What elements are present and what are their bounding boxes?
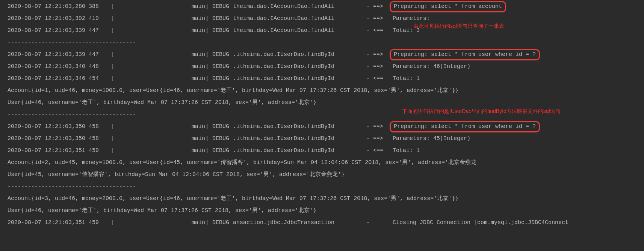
log-line[interactable]: 2020-08-07 12:21:03,340 448[main]DEBUG.i… (0, 61, 644, 73)
timestamp: 2020-08-07 12:21:03,302 410 (0, 14, 111, 24)
timestamp: 2020-08-07 12:21:03,280 388 (0, 2, 111, 12)
log-line[interactable]: 2020-08-07 12:21:03,339 447[main]DEBUG.i… (0, 49, 644, 61)
direction-arrow: - ==> (366, 2, 393, 12)
log-line[interactable]: 2020-08-07 12:21:03,350 458[main]DEBUG.i… (0, 133, 644, 145)
bracket: [ (111, 26, 133, 36)
direction-arrow: - ==> (366, 134, 393, 144)
timestamp: 2020-08-07 12:21:03,346 454 (0, 74, 111, 84)
direction-arrow: - ==> (366, 122, 393, 132)
direction-arrow: - ==> (366, 50, 393, 60)
bracket: [ (111, 218, 133, 228)
log-message: Parameters: 46(Integer) (393, 62, 644, 72)
bracket: [ (111, 14, 133, 24)
log-message: Total: 1 (393, 74, 644, 84)
highlight-box: Preparing: select * from user where id =… (390, 49, 540, 60)
timestamp: 2020-08-07 12:21:03,350 458 (0, 122, 111, 132)
timestamp: 2020-08-07 12:21:03,340 448 (0, 62, 111, 72)
log-message: Total: 1 (393, 146, 644, 156)
output-line[interactable]: Account{id=1, uid=46, money=1000.0, user… (0, 85, 644, 97)
log-line[interactable]: 2020-08-07 12:21:03,351 459[main]DEBUG.i… (0, 145, 644, 157)
log-level: DEBUG (209, 50, 233, 60)
thread-name: main] (133, 2, 209, 12)
separator-line: -------------------------------------- (0, 37, 644, 49)
thread-name: main] (133, 74, 209, 84)
logger-name: ansaction.jdbc.JdbcTransaction (233, 218, 366, 228)
logger-name: theima.dao.IAccountDao.findAll (233, 26, 366, 36)
log-message: Total: 3 (393, 26, 644, 36)
thread-name: main] (133, 134, 209, 144)
timestamp: 2020-08-07 12:21:03,339 447 (0, 50, 111, 60)
log-level: DEBUG (209, 218, 233, 228)
log-message: Parameters: (393, 14, 644, 24)
bracket: [ (111, 134, 133, 144)
log-level: DEBUG (209, 2, 233, 12)
bracket: [ (111, 146, 133, 156)
log-line[interactable]: 2020-08-07 12:21:03,351 459[main]DEBUGan… (0, 217, 644, 229)
log-level: DEBUG (209, 122, 233, 132)
logger-name: .itheima.dao.IUserDao.findById (233, 74, 366, 84)
timestamp: 2020-08-07 12:21:03,350 458 (0, 134, 111, 144)
timestamp: 2020-08-07 12:21:03,351 459 (0, 218, 111, 228)
log-level: DEBUG (209, 62, 233, 72)
direction-arrow: - ==> (366, 62, 393, 72)
thread-name: main] (133, 26, 209, 36)
thread-name: main] (133, 62, 209, 72)
highlight-box: Preparing: select * from account (390, 1, 506, 12)
output-line[interactable]: Account{id=3, uid=46, money=2000.0, user… (0, 193, 644, 205)
thread-name: main] (133, 50, 209, 60)
bracket: [ (111, 122, 133, 132)
logger-name: .itheima.dao.IUserDao.findById (233, 50, 366, 60)
thread-name: main] (133, 122, 209, 132)
log-message: Preparing: select * from user where id =… (393, 121, 644, 132)
logger-name: .itheima.dao.IUserDao.findById (233, 134, 366, 144)
log-level: DEBUG (209, 26, 233, 36)
log-message: Preparing: select * from user where id =… (393, 49, 644, 60)
log-level: DEBUG (209, 14, 233, 24)
logger-name: theima.dao.IAccountDao.findAll (233, 14, 366, 24)
timestamp: 2020-08-07 12:21:03,351 459 (0, 146, 111, 156)
logger-name: theima.dao.IAccountDao.findAll (233, 2, 366, 12)
thread-name: main] (133, 146, 209, 156)
thread-name: main] (133, 14, 209, 24)
bracket: [ (111, 2, 133, 12)
logger-name: .itheima.dao.IUserDao.findById (233, 146, 366, 156)
logger-name: .itheima.dao.IUserDao.findById (233, 62, 366, 72)
direction-arrow: - <== (366, 26, 393, 36)
direction-arrow: - (366, 218, 393, 228)
log-line[interactable]: 2020-08-07 12:21:03,346 454[main]DEBUG.i… (0, 73, 644, 85)
bracket: [ (111, 50, 133, 60)
log-line[interactable]: 2020-08-07 12:21:03,280 388[main]DEBUGth… (0, 1, 644, 13)
direction-arrow: - <== (366, 146, 393, 156)
annotation-text-2: 下面的语句执行的是IUserDao里面的findById方法映射文件的sql语句 (402, 107, 561, 116)
direction-arrow: - ==> (366, 14, 393, 24)
output-line[interactable]: Account{id=2, uid=45, money=1000.0, user… (0, 157, 644, 169)
log-line[interactable]: 2020-08-07 12:21:03,302 410[main]DEBUGth… (0, 13, 644, 25)
log-message: Closing JDBC Connection [com.mysql.jdbc.… (393, 218, 644, 228)
log-level: DEBUG (209, 134, 233, 144)
log-level: DEBUG (209, 146, 233, 156)
log-line[interactable]: 2020-08-07 12:21:03,339 447[main]DEBUGth… (0, 25, 644, 37)
separator-line: -------------------------------------- (0, 181, 644, 193)
output-line[interactable]: User{id=46, username='老王', birthday=Wed … (0, 205, 644, 217)
log-message: Preparing: select * from account (393, 1, 644, 12)
log-message: Parameters: 45(Integer) (393, 134, 644, 144)
timestamp: 2020-08-07 12:21:03,339 447 (0, 26, 111, 36)
console-output[interactable]: 由此可见执行的sql语句只查询了一张表 下面的语句执行的是IUserDao里面的… (0, 1, 644, 229)
highlight-box: Preparing: select * from user where id =… (390, 121, 540, 132)
thread-name: main] (133, 218, 209, 228)
log-level: DEBUG (209, 74, 233, 84)
output-line[interactable]: User{id=45, username='传智播客', birthday=Su… (0, 169, 644, 181)
bracket: [ (111, 74, 133, 84)
log-line[interactable]: 2020-08-07 12:21:03,350 458[main]DEBUG.i… (0, 121, 644, 133)
logger-name: .itheima.dao.IUserDao.findById (233, 122, 366, 132)
bracket: [ (111, 62, 133, 72)
direction-arrow: - <== (366, 74, 393, 84)
